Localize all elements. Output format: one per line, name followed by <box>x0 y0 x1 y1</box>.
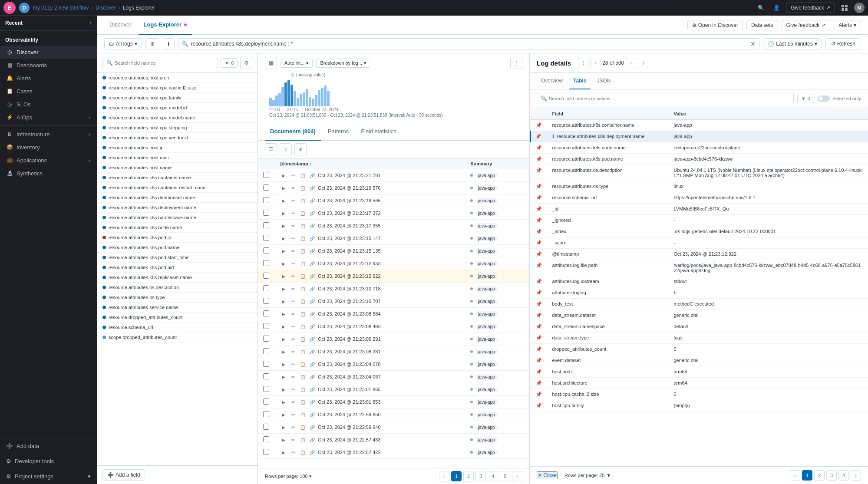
table-row[interactable]: ▶ ✏ 📋 🔗 Oct 23, 2024 @ 21:23:15.147 java… <box>258 232 529 245</box>
share-icon[interactable]: 🔗 <box>308 234 316 242</box>
share-icon[interactable]: 🔗 <box>308 385 316 393</box>
detail-page-2[interactable]: 2 <box>814 470 825 481</box>
list-item[interactable]: resource.attributes.k8s.deployment.name <box>97 203 257 213</box>
row-checkbox[interactable] <box>263 348 269 354</box>
tab-table[interactable]: Table <box>569 73 591 89</box>
page-5-button[interactable]: 5 <box>500 471 510 481</box>
all-logs-button[interactable]: 🗂 All logs ▾ <box>104 38 142 49</box>
close-button[interactable]: ✕ Close <box>537 471 558 479</box>
page-3-button[interactable]: 3 <box>475 471 486 481</box>
copy-icon[interactable]: 📋 <box>299 348 307 356</box>
share-icon[interactable]: 🔗 <box>308 411 316 418</box>
summary-column-header[interactable]: Summary <box>465 158 529 169</box>
row-checkbox[interactable] <box>263 260 269 266</box>
list-item[interactable]: resource.attributes.k8s.namespace.name <box>97 213 257 223</box>
table-row[interactable]: ▶ ✏ 📋 🔗 Oct 23, 2024 @ 21:23:19.576 java… <box>258 182 529 194</box>
page-1-button[interactable]: 1 <box>451 471 462 481</box>
prev-record-button[interactable]: ‹ <box>590 58 601 68</box>
detail-filter-count[interactable]: ▼ 0 <box>797 94 814 103</box>
row-checkbox[interactable] <box>263 386 269 392</box>
columns-button[interactable]: ☰ <box>265 143 277 155</box>
copy-icon[interactable]: 📋 <box>299 234 307 242</box>
detail-next-button[interactable]: › <box>851 470 861 481</box>
table-row[interactable]: ▶ ✏ 📋 🔗 Oct 23, 2024 @ 21:23:01.865 java… <box>258 383 529 396</box>
table-row[interactable]: ▶ ✏ 📋 🔗 Oct 23, 2024 @ 21:22:59.650 java… <box>258 408 529 421</box>
share-icon[interactable]: 🔗 <box>308 247 316 255</box>
sidebar-item-add-data[interactable]: ➕ Add data <box>0 438 97 454</box>
expand-icon[interactable]: ▶ <box>280 436 287 444</box>
pin-icon[interactable]: 📌 <box>536 380 542 385</box>
user-menu-avatar[interactable]: M <box>854 3 865 13</box>
table-row[interactable]: ▶ ✏ 📋 🔗 Oct 23, 2024 @ 21:23:08.493 java… <box>258 320 529 333</box>
share-icon[interactable]: 🔗 <box>308 373 316 381</box>
pin-icon[interactable]: 📌 <box>536 206 542 211</box>
edit-icon[interactable]: ✏ <box>289 398 297 406</box>
table-row[interactable]: 📌 attributes.log.file.path /var/log/pods… <box>531 260 868 276</box>
list-item[interactable]: resource.attributes.k8s.pod.uid <box>97 263 257 273</box>
field-search-input[interactable] <box>115 60 214 66</box>
edit-icon[interactable]: ✏ <box>289 348 297 356</box>
expand-icon[interactable]: ▶ <box>280 197 287 204</box>
chart-options-button[interactable]: ⋮ <box>510 57 522 69</box>
table-row[interactable]: 📌 attributes.log.iostream stdout <box>531 276 868 287</box>
table-row[interactable]: 📌 host.arch arm64 <box>531 366 868 378</box>
sidebar-item-slos[interactable]: ◎ SLOs <box>0 98 97 111</box>
sidebar-item-inventory[interactable]: 📦 Inventory <box>0 141 97 154</box>
copy-icon[interactable]: 📋 <box>299 373 307 381</box>
pin-icon[interactable]: 📌 <box>536 168 542 173</box>
copy-icon[interactable]: 📋 <box>299 398 307 406</box>
open-in-discover-button[interactable]: ⊕ Open in Discover <box>687 20 743 30</box>
tab-documents[interactable]: Documents (804) <box>265 123 321 141</box>
list-item[interactable]: resource.attributes.host.mac <box>97 153 257 163</box>
table-row[interactable]: 📌 ℹ resource.attributes.k8s.deployment.n… <box>531 131 868 142</box>
table-row[interactable]: 📌 host.cpu.cache.l2.size 0 <box>531 389 868 400</box>
share-icon[interactable]: 🔗 <box>308 297 316 305</box>
edit-icon[interactable]: ✏ <box>289 184 297 192</box>
share-icon[interactable]: 🔗 <box>308 335 316 343</box>
add-filter-button[interactable]: ⊕ <box>145 38 159 49</box>
table-row[interactable]: ▶ ✏ 📋 🔗 Oct 23, 2024 @ 21:23:21.781 java… <box>258 169 529 182</box>
row-checkbox[interactable] <box>263 323 269 329</box>
tab-logs-explorer[interactable]: Logs Explorer <box>139 16 192 35</box>
observability-section[interactable]: Observability <box>0 33 97 46</box>
table-row[interactable]: ▶ ✏ 📋 🔗 Oct 23, 2024 @ 21:23:17.372 java… <box>258 207 529 220</box>
data-sets-button[interactable]: Data sets <box>746 20 778 30</box>
table-row[interactable]: 📌 dropped_attributes_count 0 <box>531 344 868 355</box>
table-row[interactable]: 📌 _ignored - <box>531 215 868 226</box>
detail-page-4[interactable]: 4 <box>838 470 849 481</box>
detail-page-3[interactable]: 3 <box>826 470 837 481</box>
edit-icon[interactable]: ✏ <box>289 335 297 343</box>
table-row[interactable]: 📌 host.architecture arm64 <box>531 378 868 389</box>
clear-search-button[interactable]: ✕ <box>750 40 756 47</box>
expand-icon[interactable]: ▶ <box>280 171 287 179</box>
refresh-button[interactable]: ↺ Refresh <box>825 38 861 49</box>
row-checkbox[interactable] <box>263 336 269 342</box>
sidebar-item-aiops[interactable]: ⚡ AIOps ▾ <box>0 111 97 124</box>
add-field-button[interactable]: ➕ Add a field <box>102 469 145 481</box>
share-icon[interactable]: 🔗 <box>308 448 316 456</box>
list-item[interactable]: resource.attributes.host.cpu.model.id <box>97 103 257 113</box>
table-row[interactable]: ▶ ✏ 📋 🔗 Oct 23, 2024 @ 21:22:57.422 java… <box>258 446 529 459</box>
edit-icon[interactable]: ✏ <box>289 222 297 230</box>
list-item[interactable]: resource.attributes.host.arch <box>97 73 257 83</box>
list-item[interactable]: resource.attributes.host.cpu.stepping <box>97 123 257 133</box>
pin-icon[interactable]: 📌 <box>536 240 542 245</box>
sidebar-item-dashboards[interactable]: ▦ Dashboards <box>0 59 97 72</box>
row-checkbox[interactable] <box>263 373 269 379</box>
row-checkbox[interactable] <box>263 273 269 279</box>
share-icon[interactable]: 🔗 <box>308 348 316 356</box>
alerts-button[interactable]: Alerts ▾ <box>834 20 861 30</box>
row-checkbox[interactable] <box>263 361 269 367</box>
pin-icon[interactable]: 📌 <box>536 290 542 295</box>
table-row[interactable]: ▶ ✏ 📋 🔗 Oct 23, 2024 @ 21:23:19.566 java… <box>258 194 529 207</box>
expand-icon[interactable]: ▶ <box>280 272 287 280</box>
copy-icon[interactable]: 📋 <box>299 285 307 293</box>
edit-icon[interactable]: ✏ <box>289 197 297 204</box>
table-row[interactable]: 📌 _index .ds-logs-generic-otel-default-2… <box>531 226 868 237</box>
copy-icon[interactable]: 📋 <box>299 436 307 444</box>
expand-icon[interactable]: ▶ <box>280 335 287 343</box>
value-col-header[interactable]: Value <box>669 108 868 120</box>
detail-page-1[interactable]: 1 <box>802 470 812 481</box>
row-checkbox[interactable] <box>263 298 269 304</box>
expand-icon[interactable]: ▶ <box>280 385 287 393</box>
